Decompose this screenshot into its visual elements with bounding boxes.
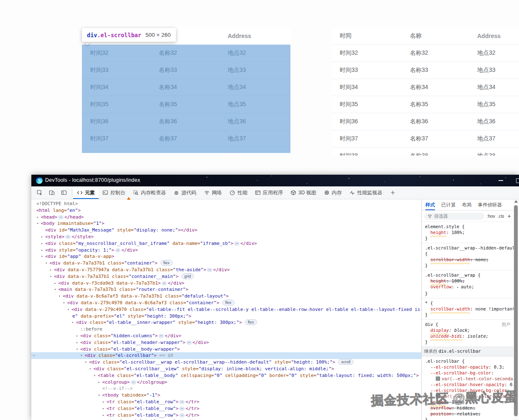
expand-ellipsis-icon[interactable]: ⋯: [158, 334, 164, 338]
expand-arrow-icon[interactable]: ▸: [41, 247, 43, 254]
elements-tree-line[interactable]: ▸<div data-v-f3cda9e3 data-v-7a7a37b1>⋯<…: [31, 280, 421, 287]
elements-tree-line[interactable]: ▸<head>⋯</head>: [31, 214, 421, 221]
expand-ellipsis-icon[interactable]: ⋯: [179, 407, 185, 411]
elements-tree-line[interactable]: ▸<tr class="el-table__row">⋯</tr>: [31, 405, 421, 412]
expand-ellipsis-icon[interactable]: ⋯: [131, 380, 136, 384]
css-rule[interactable]: * {scrollbar-width: none !important;}: [422, 298, 514, 320]
css-line[interactable]: {: [424, 251, 511, 257]
css-line[interactable]: height: 100%;: [424, 278, 511, 284]
collapse-arrow-icon[interactable]: ▾: [37, 220, 39, 227]
elements-tree-line[interactable]: e" data-prefix="el" style="height: 300px…: [31, 313, 421, 320]
elements-tree-line[interactable]: <!DOCTYPE html>: [31, 201, 421, 207]
elements-tree-line[interactable]: ▸<style>⋯</style>: [31, 234, 421, 240]
inspect-button[interactable]: [35, 188, 44, 197]
elements-tree-line[interactable]: ▸<div data-v-7577947a data-v-7a7a37b1 cl…: [31, 267, 421, 273]
expand-ellipsis-icon[interactable]: ⋯: [179, 400, 185, 404]
table-row[interactable]: 时间33名称33地点33: [332, 62, 519, 79]
css-line[interactable]: }: [424, 417, 511, 420]
collapse-arrow-icon[interactable]: ▾: [54, 286, 56, 293]
css-rule[interactable]: element.style {height: 100%;}: [422, 222, 514, 243]
devtools-tab-源代码[interactable]: 源代码: [170, 186, 200, 199]
expand-ellipsis-icon[interactable]: ⋯: [65, 235, 71, 239]
collapse-arrow-icon[interactable]: ▾: [85, 359, 87, 366]
css-line[interactable]: --el-scrollbar-bg-color:: [424, 370, 511, 376]
expand-arrow-icon[interactable]: ▸: [41, 234, 43, 240]
expand-ellipsis-icon[interactable]: ⋯: [58, 215, 64, 219]
table-row[interactable]: 时间32名称32地点32: [332, 45, 519, 62]
css-line[interactable]: }: [424, 290, 511, 296]
elements-tree-line[interactable]: <html lang="en">: [31, 207, 421, 214]
css-line[interactable]: }: [424, 262, 511, 268]
collapse-arrow-icon[interactable]: ▾: [59, 293, 61, 300]
elements-scrollbar[interactable]: [513, 199, 519, 420]
device-toolbar-button[interactable]: [47, 188, 56, 197]
layout-badge[interactable]: grid: [181, 273, 194, 279]
css-line[interactable]: position: relative;: [424, 411, 511, 417]
devtools-tab-元素[interactable]: 元素: [73, 186, 99, 199]
layout-badge[interactable]: flex: [160, 260, 173, 266]
expand-arrow-icon[interactable]: ▸: [54, 280, 56, 287]
expand-ellipsis-icon[interactable]: ⋯: [115, 248, 121, 252]
elements-tree-line[interactable]: ▾<div class="el-table__body-wrapper">: [31, 346, 421, 353]
elements-tree-line[interactable]: ▾<table class="el-table__body" cellspaci…: [31, 372, 421, 379]
activity-bar-button[interactable]: [59, 188, 69, 197]
collapse-arrow-icon[interactable]: ▾: [46, 260, 48, 267]
css-line[interactable]: var(--el-text-color-secondar: [424, 376, 511, 382]
collapse-arrow-icon[interactable]: ▾: [89, 366, 92, 372]
scroll-up-icon[interactable]: [514, 200, 518, 203]
toggle-pseudo-button[interactable]: :hov: [487, 214, 495, 219]
new-style-rule-button[interactable]: +: [508, 213, 511, 219]
css-line[interactable]: scrollbar-width: none;: [424, 257, 511, 262]
table-row[interactable]: 时间38名称38地点38: [332, 148, 519, 155]
scrollbar-thumb[interactable]: [514, 205, 518, 416]
css-line[interactable]: --el-scrollbar-hover-opacity: 0.5: [424, 382, 511, 387]
collapse-arrow-icon[interactable]: ▾: [94, 372, 96, 379]
css-rule[interactable]: .el-scrollbar__wrap--hidden-default{scro…: [422, 243, 514, 270]
css-line[interactable]: }: [424, 339, 511, 345]
devtools-tab-add[interactable]: [386, 186, 399, 199]
elements-tree-line[interactable]: ▾<div class="el-scrollbar__view" style="…: [31, 366, 421, 372]
styles-tab-样式[interactable]: 样式: [425, 200, 435, 210]
css-line[interactable]: .el-scrollbar {: [424, 358, 511, 364]
collapse-arrow-icon[interactable]: ▾: [81, 352, 83, 359]
devtools-tab-内存检查器[interactable]: 内存检查器: [129, 186, 170, 199]
styles-filter-input[interactable]: 筛选器: [424, 213, 484, 220]
expand-ellipsis-icon[interactable]: ⋯: [207, 268, 212, 272]
elements-tree-line[interactable]: ▾<div data-v-279c4970 class="el-table--f…: [31, 306, 421, 313]
css-line[interactable]: unicode-bidi: isolate;: [424, 333, 511, 339]
css-line[interactable]: * {: [424, 300, 511, 306]
elements-tree-line[interactable]: ▸<tr class="el-table__row">⋯</tr>: [31, 412, 421, 419]
elements-tree-line[interactable]: ▾<div id="app" data-v-app>: [31, 253, 421, 260]
layout-badge[interactable]: scroll: [338, 359, 353, 365]
css-line[interactable]: height: 100%;: [424, 229, 511, 235]
expand-arrow-icon[interactable]: ▸: [76, 339, 78, 346]
expand-ellipsis-icon[interactable]: ⋯: [186, 341, 192, 345]
styles-tab-布局[interactable]: 布局: [462, 202, 472, 208]
expand-arrow-icon[interactable]: ▸: [98, 379, 100, 386]
elements-tree-line[interactable]: ▸<div class="my_noscrollbar_scroll_bar_i…: [31, 240, 421, 247]
elements-tree-line[interactable]: ▸<div class="hidden-columns">⋯</div>: [31, 333, 421, 339]
collapse-arrow-icon[interactable]: ▾: [50, 273, 52, 280]
css-line[interactable]: }: [424, 312, 511, 318]
elements-tree-line[interactable]: ▾<div data-v-8c6a7af3 data-v-7a7a37b1 cl…: [31, 293, 421, 300]
collapse-arrow-icon[interactable]: ▾: [72, 319, 74, 326]
css-line[interactable]: overflow: ▸ auto;: [424, 284, 511, 290]
elements-tree-line[interactable]: ▸<div style="opacity: 1;">⋯</div>: [31, 247, 421, 254]
collapse-arrow-icon[interactable]: ▾: [67, 306, 69, 313]
expand-arrow-icon[interactable]: ▸: [102, 399, 104, 405]
css-line[interactable]: element.style {: [424, 224, 511, 229]
css-line[interactable]: .el-scrollbar__wrap--hidden-default: [424, 245, 511, 251]
devtools-tab-内存[interactable]: 内存: [320, 186, 346, 199]
devtools-tab-3D 视图[interactable]: 3D 视图: [287, 186, 320, 199]
elements-tree-panel[interactable]: <!DOCTYPE html><html lang="en">▸<head>⋯<…: [31, 199, 421, 420]
table-row[interactable]: 时间35名称35地点35: [332, 96, 519, 113]
elements-tree-line[interactable]: ::before: [31, 326, 421, 333]
css-line[interactable]: display: block;: [424, 327, 511, 333]
collapse-arrow-icon[interactable]: ▾: [63, 300, 65, 306]
table-row[interactable]: 时间37名称37地点37: [332, 130, 519, 148]
elements-tree-line[interactable]: ▸<div class="el-table__header-wrapper">⋯…: [31, 339, 421, 346]
elements-tree-line[interactable]: ▸<colgroup>⋯</colgroup>: [31, 379, 421, 386]
styles-tab-事件侦听器[interactable]: 事件侦听器: [478, 202, 502, 208]
minimize-icon[interactable]: [499, 180, 503, 181]
devtools-titlebar[interactable]: DevTools - localhost:8700/plugins/index: [31, 175, 519, 186]
